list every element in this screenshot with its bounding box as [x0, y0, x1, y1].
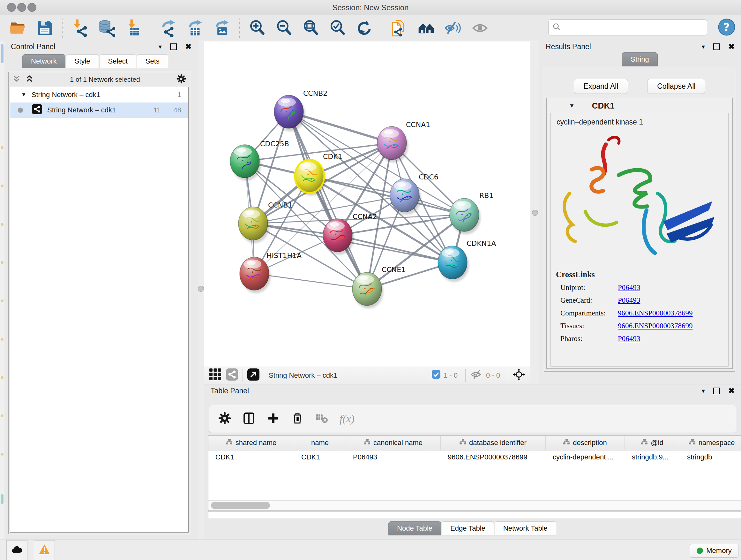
node-CCNE1[interactable] [352, 272, 383, 308]
table-horizontal-scrollbar[interactable] [208, 500, 741, 510]
table-cell[interactable]: stringdb:9... [625, 450, 680, 464]
tab-select[interactable]: Select [99, 54, 136, 68]
grid-view-icon[interactable] [209, 368, 221, 382]
zoom-selected-icon[interactable] [328, 19, 347, 37]
table-settings-gear-icon[interactable] [218, 412, 231, 426]
results-panel-float-icon[interactable] [713, 44, 720, 50]
column-header-shared-name[interactable]: shared name [208, 436, 294, 450]
export-network-icon[interactable] [159, 19, 178, 37]
edge-HIST1H1A-CCNE1[interactable] [254, 273, 367, 289]
gene-name: CDK1 [592, 101, 615, 111]
table-row[interactable]: CDK1CDK1P064939606.ENSP00000378699cyclin… [208, 450, 741, 464]
table-panel-float-icon[interactable] [713, 388, 720, 394]
network-collection-row[interactable]: ▼ String Network – cdk1 1 [10, 87, 188, 103]
hidden-counts: 0 - 0 [486, 371, 500, 380]
zoom-out-icon[interactable] [275, 19, 293, 37]
tab-style[interactable]: Style [66, 54, 99, 68]
column-header-namespace[interactable]: namespace [680, 436, 741, 450]
table-cell[interactable]: P06493 [346, 450, 441, 464]
export-table-icon[interactable] [186, 19, 205, 37]
column-header-database-identifier[interactable]: database identifier [441, 436, 546, 450]
table-cell[interactable]: CDK1 [294, 450, 346, 464]
table-cell[interactable]: stringdb [680, 450, 741, 464]
results-panel-collapse-icon[interactable]: ▾ [702, 43, 705, 51]
crosslink-link[interactable]: P06493 [618, 296, 640, 305]
table-cell[interactable]: cyclin-dependent ... [546, 450, 625, 464]
memory-button[interactable]: Memory [690, 544, 738, 558]
expand-all-button[interactable]: Expand All [574, 79, 628, 94]
tab-sets[interactable]: Sets [137, 54, 168, 68]
export-image-icon[interactable] [213, 19, 231, 37]
tree-column-icon [641, 439, 648, 447]
import-database-icon[interactable] [97, 19, 116, 37]
edge-CCNB2-CCNE1[interactable] [289, 112, 367, 289]
tab-string[interactable]: String [622, 52, 657, 66]
results-panel-close-icon[interactable]: ✖ [728, 42, 735, 51]
selected-checkbox-icon[interactable] [432, 370, 441, 381]
expand-all-networks-icon[interactable] [25, 75, 33, 84]
import-table-icon[interactable] [124, 19, 143, 37]
left-splitter-handle[interactable] [198, 286, 204, 292]
column-header-canonical-name[interactable]: canonical name [346, 436, 441, 450]
collapse-all-button[interactable]: Collapse All [647, 79, 705, 94]
hidden-eye-icon[interactable] [470, 369, 483, 382]
warnings-button[interactable] [34, 540, 55, 560]
detach-view-icon[interactable] [247, 368, 259, 382]
delete-column-icon[interactable] [291, 412, 304, 426]
network-row[interactable]: String Network – cdk1 11 48 [10, 103, 188, 118]
birdseye-crosshair-icon[interactable] [513, 368, 525, 383]
node-CCNA1[interactable] [377, 126, 408, 163]
node-table[interactable]: shared namenamecanonical namedatabase id… [208, 435, 741, 518]
collection-disclosure-icon[interactable]: ▼ [21, 91, 26, 98]
eye-icon[interactable] [471, 19, 489, 37]
node-CDKN1A[interactable] [438, 246, 469, 282]
node-CCNB2[interactable] [274, 95, 305, 131]
houses-icon[interactable] [417, 19, 435, 37]
control-panel-float-icon[interactable] [170, 44, 177, 50]
table-panel-collapse-icon[interactable]: ▾ [702, 387, 705, 395]
table-cell[interactable]: CDK1 [208, 450, 294, 464]
crosslink-link[interactable]: 9606.ENSP00000378699 [618, 309, 693, 317]
eye-slash-waves-icon[interactable] [444, 19, 462, 37]
show-columns-icon[interactable] [243, 412, 255, 426]
network-canvas[interactable]: CCNB2 CCNA1 CDC25B CDK1 CDC6 [204, 42, 530, 366]
tab-edge-table[interactable]: Edge Table [442, 521, 494, 536]
node-CDK1[interactable] [295, 160, 326, 196]
network-type-icon [32, 104, 42, 116]
right-splitter-handle[interactable] [532, 210, 538, 216]
collapse-all-networks-icon[interactable] [12, 75, 21, 84]
gene-disclosure-icon[interactable]: ▼ [569, 103, 575, 109]
open-folder-icon[interactable] [9, 19, 27, 37]
table-panel-close-icon[interactable]: ✖ [728, 386, 735, 395]
document-network-icon[interactable] [390, 19, 409, 37]
zoom-fit-icon[interactable] [301, 19, 320, 37]
column-header-description[interactable]: description [546, 436, 625, 450]
add-column-icon[interactable] [267, 412, 280, 426]
search-box[interactable] [548, 19, 707, 36]
control-panel-collapse-icon[interactable]: ▾ [158, 43, 162, 51]
node-CCNA2[interactable] [323, 219, 354, 255]
crosslink-link[interactable]: 9606.ENSP00000378699 [618, 322, 693, 330]
column-header--id[interactable]: @id [625, 436, 680, 450]
table-cell[interactable]: 9606.ENSP00000378699 [441, 450, 546, 464]
network-overview-icon[interactable] [226, 368, 238, 382]
network-graph[interactable]: CCNB2 CCNA1 CDC25B CDK1 CDC6 [204, 42, 530, 366]
tab-node-table[interactable]: Node Table [388, 521, 441, 536]
help-button[interactable]: ? [718, 18, 736, 38]
network-options-gear-icon[interactable] [177, 74, 186, 85]
control-panel-close-icon[interactable]: ✖ [185, 42, 192, 51]
import-network-icon[interactable] [71, 19, 89, 37]
scrollbar-thumb[interactable] [211, 502, 270, 509]
crosslink-link[interactable]: P06493 [618, 284, 640, 292]
node-RB1[interactable] [450, 198, 481, 234]
refresh-icon[interactable] [355, 19, 374, 37]
automation-button[interactable] [6, 540, 27, 560]
tab-network-table[interactable]: Network Table [495, 521, 556, 536]
save-floppy-icon[interactable] [36, 19, 54, 37]
tab-network[interactable]: Network [22, 54, 65, 68]
node-CDC25B[interactable] [230, 145, 261, 181]
search-input[interactable] [563, 23, 707, 32]
zoom-in-icon[interactable] [248, 19, 266, 37]
column-header-name[interactable]: name [294, 436, 346, 450]
crosslink-link[interactable]: P06493 [618, 334, 640, 343]
